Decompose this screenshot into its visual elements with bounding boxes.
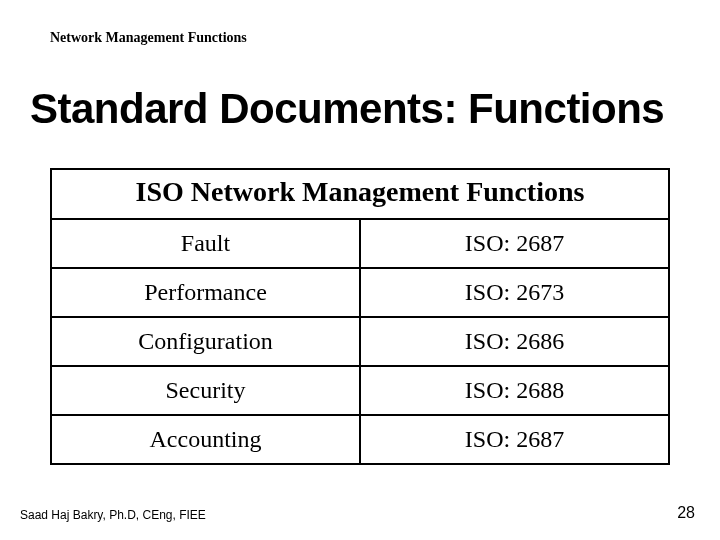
- function-code: ISO: 2673: [360, 268, 669, 317]
- table-container: ISO Network Management Functions Fault I…: [50, 168, 670, 465]
- function-code: ISO: 2687: [360, 415, 669, 464]
- function-code: ISO: 2687: [360, 219, 669, 268]
- table-row: Fault ISO: 2687: [51, 219, 669, 268]
- table-row: Accounting ISO: 2687: [51, 415, 669, 464]
- table-row: Performance ISO: 2673: [51, 268, 669, 317]
- topic-label: Network Management Functions: [50, 30, 247, 46]
- functions-table: ISO Network Management Functions Fault I…: [50, 168, 670, 465]
- function-code: ISO: 2686: [360, 317, 669, 366]
- slide-title: Standard Documents: Functions: [30, 85, 664, 133]
- function-name: Fault: [51, 219, 360, 268]
- function-code: ISO: 2688: [360, 366, 669, 415]
- function-name: Security: [51, 366, 360, 415]
- slide: Network Management Functions Standard Do…: [0, 0, 720, 540]
- page-number: 28: [677, 504, 695, 522]
- table-header-row: ISO Network Management Functions: [51, 169, 669, 219]
- table-caption: ISO Network Management Functions: [51, 169, 669, 219]
- author-footer: Saad Haj Bakry, Ph.D, CEng, FIEE: [20, 508, 206, 522]
- function-name: Accounting: [51, 415, 360, 464]
- table-row: Security ISO: 2688: [51, 366, 669, 415]
- function-name: Performance: [51, 268, 360, 317]
- function-name: Configuration: [51, 317, 360, 366]
- table-row: Configuration ISO: 2686: [51, 317, 669, 366]
